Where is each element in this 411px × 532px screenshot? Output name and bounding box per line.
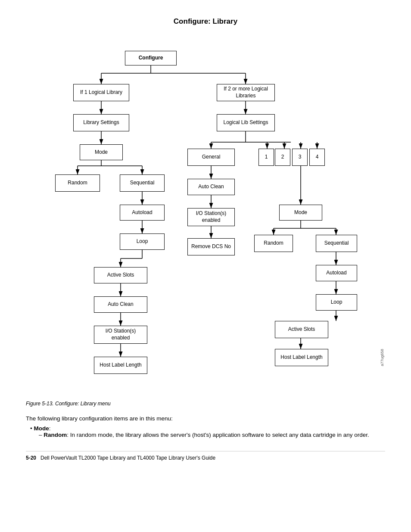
box-io-station-left: I/O Station(s) enabled (94, 326, 147, 344)
box-configure: Configure (125, 51, 177, 65)
page-title: Configure: Library (26, 17, 385, 26)
intro-text: The following library configuration item… (26, 415, 385, 422)
box-logical-lib: Logical Lib Settings (217, 114, 275, 131)
box-sequential-right: Sequential (316, 235, 357, 252)
mode-label: Mode (34, 425, 49, 432)
main-list: Mode: Random: In random mode, the librar… (26, 425, 385, 438)
random-label: Random (44, 432, 67, 438)
box-loop-right: Loop (316, 294, 357, 311)
box-num2: 2 (275, 149, 290, 166)
box-auto-clean-left: Auto Clean (94, 296, 147, 313)
figure-caption: Figure 5-13. Configure: Library menu (26, 401, 385, 407)
box-general: General (187, 149, 235, 166)
watermark: a77ug658 (380, 349, 384, 366)
footer-text: Dell PowerVault TL2000 Tape Library and … (40, 455, 215, 461)
box-active-slots-right: Active Slots (275, 321, 328, 338)
box-num4: 4 (309, 149, 325, 166)
page-footer: 5-20 Dell PowerVault TL2000 Tape Library… (26, 451, 385, 461)
box-loop-left: Loop (120, 233, 165, 250)
box-io-station-mid: I/O Station(s) enabled (187, 208, 235, 226)
box-host-label-right: Host Label Length (275, 349, 328, 366)
box-active-slots-left: Active Slots (94, 267, 147, 283)
box-auto-clean-mid: Auto Clean (187, 179, 235, 195)
box-mode-right: Mode (279, 205, 322, 221)
box-mode-left: Mode (80, 144, 123, 160)
sub-item-random: Random: In random mode, the library allo… (39, 432, 385, 438)
box-if1: If 1 Logical Library (73, 84, 129, 101)
diagram-area: Configure If 1 Logical Library If 2 or m… (26, 39, 385, 392)
box-autoload-left: Autoload (120, 205, 165, 221)
box-remove-dcs: Remove DCS No (187, 238, 235, 255)
list-item-mode: Mode: Random: In random mode, the librar… (30, 425, 385, 438)
box-host-label-left: Host Label Length (94, 357, 147, 374)
box-if2: If 2 or more Logical Libraries (217, 84, 275, 101)
box-sequential-left: Sequential (120, 174, 165, 192)
box-num3: 3 (292, 149, 308, 166)
box-num1: 1 (258, 149, 274, 166)
box-random-right: Random (254, 235, 293, 252)
box-lib-settings: Library Settings (73, 114, 129, 131)
box-autoload-right: Autoload (316, 265, 357, 281)
text-section: The following library configuration item… (26, 415, 385, 438)
box-random-left: Random (55, 174, 100, 192)
footer-page-num: 5-20 (26, 455, 36, 461)
sub-list-mode: Random: In random mode, the library allo… (30, 432, 385, 438)
